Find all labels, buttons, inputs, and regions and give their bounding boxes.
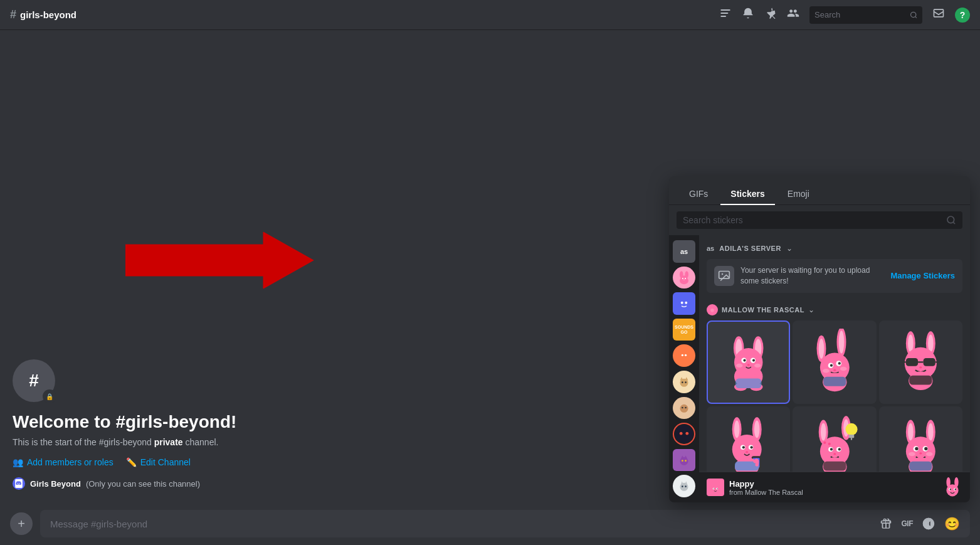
channel-title: # girls-beyond xyxy=(10,8,76,21)
svg-point-151 xyxy=(955,489,956,490)
members-list-icon[interactable] xyxy=(787,7,799,23)
svg-point-73 xyxy=(823,369,830,373)
sidebar-purple-cat[interactable] xyxy=(673,449,695,472)
svg-marker-33 xyxy=(681,455,684,458)
svg-point-57 xyxy=(752,359,755,361)
sidebar-mallow[interactable] xyxy=(673,267,695,289)
search-box[interactable] xyxy=(809,6,922,24)
adila-server-name: ADILA'S SERVER xyxy=(719,245,781,252)
svg-point-100 xyxy=(746,451,748,453)
svg-point-11 xyxy=(680,276,687,283)
svg-marker-22 xyxy=(680,377,683,380)
svg-point-125 xyxy=(928,423,934,441)
sidebar-server-adila[interactable]: as xyxy=(673,240,695,263)
svg-point-13 xyxy=(685,278,686,279)
svg-point-81 xyxy=(928,335,934,352)
svg-rect-121 xyxy=(823,462,846,471)
add-members-button[interactable]: 👥 Add members or roles xyxy=(13,457,113,467)
sidebar-sounds[interactable]: SOUNDS GO xyxy=(673,319,695,341)
upload-banner: Your server is waiting for you to upload… xyxy=(707,259,962,293)
svg-point-75 xyxy=(833,369,836,371)
sticker-search xyxy=(669,205,970,235)
svg-rect-90 xyxy=(909,376,932,385)
threads-icon[interactable] xyxy=(719,7,732,23)
sidebar-orange[interactable] xyxy=(673,344,695,367)
svg-point-15 xyxy=(678,298,690,309)
sticker-button[interactable] xyxy=(922,517,935,531)
svg-point-12 xyxy=(682,278,683,279)
svg-point-24 xyxy=(682,381,683,383)
topbar-icons: ? xyxy=(719,6,970,24)
message-input[interactable] xyxy=(50,519,874,529)
emoji-button[interactable]: 😊 xyxy=(944,516,960,531)
search-input[interactable] xyxy=(814,10,906,19)
hash-icon: # xyxy=(10,8,16,21)
svg-point-16 xyxy=(681,302,683,304)
attach-file-button[interactable]: + xyxy=(10,512,33,535)
upload-text: Your server is waiting for you to upload… xyxy=(740,265,884,287)
svg-point-147 xyxy=(946,484,958,496)
svg-point-36 xyxy=(685,460,687,462)
manage-stickers-button[interactable]: Manage Stickers xyxy=(890,271,955,280)
sticker-search-input[interactable] xyxy=(683,215,941,225)
sidebar-dark[interactable] xyxy=(673,423,695,445)
sidebar-cat[interactable] xyxy=(673,371,695,393)
sticker-search-box[interactable] xyxy=(677,211,962,229)
main-area: # 🔒 Welcome to #girls-beyond! This is th… xyxy=(0,30,980,545)
svg-point-67 xyxy=(838,331,844,353)
svg-line-4 xyxy=(915,16,916,18)
server-header-adila[interactable]: as ADILA'S SERVER ⌄ xyxy=(707,240,962,257)
tooltip-sticker-name: Happy xyxy=(729,479,937,489)
tab-emoji[interactable]: Emoji xyxy=(777,184,819,205)
sticker-cell-2[interactable] xyxy=(793,320,876,404)
svg-point-115 xyxy=(830,448,833,451)
svg-point-66 xyxy=(818,339,824,359)
pinned-messages-icon[interactable] xyxy=(764,7,777,23)
edit-channel-button[interactable]: ✏️ Edit Channel xyxy=(126,457,191,467)
sticker-cell-1[interactable] xyxy=(707,320,790,404)
svg-point-71 xyxy=(830,364,833,366)
channel-name-text: girls-beyond xyxy=(20,9,76,20)
inbox-icon[interactable] xyxy=(932,7,945,23)
tab-stickers[interactable]: Stickers xyxy=(720,184,774,205)
svg-point-143 xyxy=(714,489,714,489)
svg-point-47 xyxy=(710,308,714,312)
sidebar-cat2[interactable] xyxy=(673,397,695,420)
svg-point-20 xyxy=(685,354,687,356)
tooltip-info: Happy from Mallow The Rascal xyxy=(729,479,937,496)
svg-point-118 xyxy=(828,443,830,445)
sticker-sidebar: as xyxy=(669,235,699,502)
svg-point-124 xyxy=(908,423,914,441)
sidebar-blue-char[interactable] xyxy=(673,292,695,315)
chat-input[interactable]: GIF 😊 xyxy=(40,510,970,537)
svg-marker-38 xyxy=(681,481,683,484)
svg-point-132 xyxy=(926,452,933,456)
svg-point-94 xyxy=(754,421,760,438)
gift-icon[interactable] xyxy=(879,517,893,531)
svg-point-80 xyxy=(908,335,914,352)
mallow-icon xyxy=(707,304,718,315)
tab-gifs[interactable]: GIFs xyxy=(679,184,718,205)
svg-point-109 xyxy=(845,423,857,435)
svg-point-6 xyxy=(947,216,954,223)
svg-point-19 xyxy=(682,354,683,356)
svg-point-98 xyxy=(742,446,745,448)
help-icon[interactable]: ? xyxy=(955,8,970,23)
gif-button[interactable]: GIF xyxy=(902,519,914,528)
svg-point-40 xyxy=(682,486,683,488)
sticker-body: as xyxy=(669,235,970,502)
svg-point-3 xyxy=(910,12,915,17)
svg-point-35 xyxy=(682,460,683,462)
sticker-cell-3[interactable] xyxy=(879,320,962,404)
svg-rect-84 xyxy=(924,358,935,366)
sticker-panel: GIFs Stickers Emoji as xyxy=(669,176,970,502)
add-members-icon: 👥 xyxy=(13,457,23,467)
tooltip-pack-name: from Mallow The Rascal xyxy=(729,489,937,496)
svg-point-58 xyxy=(736,363,742,367)
svg-point-29 xyxy=(675,425,693,443)
sidebar-white-cat[interactable] xyxy=(673,475,695,497)
notification-bell-icon[interactable] xyxy=(742,7,754,23)
svg-point-72 xyxy=(838,362,840,364)
tooltip-thumb xyxy=(707,479,724,496)
svg-marker-34 xyxy=(684,455,687,458)
